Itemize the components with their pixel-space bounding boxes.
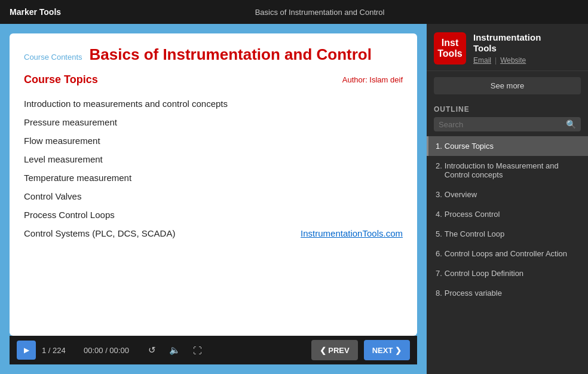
- outline-label-8: Process variable: [445, 289, 502, 298]
- play-button[interactable]: [17, 341, 36, 360]
- outline-num-6: 6.: [436, 249, 442, 258]
- sidebar-header: Inst Tools InstrumentationTools Email | …: [427, 24, 588, 71]
- list-item: Pressure measurement: [24, 113, 403, 131]
- outline-num-5: 5.: [436, 229, 442, 238]
- slide-main-title: Basics of Instrumentation and Control: [90, 45, 372, 64]
- outline-item-1[interactable]: 1. Course Topics: [427, 136, 588, 156]
- list-item: Temperature measurement: [24, 168, 403, 187]
- list-item: Control Systems (PLC, DCS, SCADA) Instru…: [24, 224, 403, 243]
- slide-container: Course Contents Basics of Instrumentatio…: [10, 33, 417, 336]
- top-bar: Marker Tools Basics of Instrumentation a…: [0, 0, 588, 24]
- outline-num-3: 3.: [436, 190, 442, 199]
- search-icon: 🔍: [566, 119, 576, 129]
- outline-item-5[interactable]: 5. The Control Loop: [427, 224, 588, 244]
- logo-line2: Tools: [437, 48, 462, 59]
- outline-num-8: 8.: [436, 289, 442, 298]
- outline-item-6[interactable]: 6. Control Loops and Controller Action: [427, 244, 588, 263]
- outline-label-6: Control Loops and Controller Action: [445, 249, 567, 258]
- search-bar: 🔍: [434, 117, 581, 131]
- time-display: 00:00 / 00:00: [84, 346, 137, 355]
- website-link[interactable]: InstrumentationTools.com: [301, 227, 403, 240]
- topic-list: Introduction to measurements and control…: [24, 94, 403, 243]
- outline-label-1: Course Topics: [445, 142, 494, 151]
- brand-links: Email | Website: [473, 56, 581, 65]
- list-item: Control Valves: [24, 187, 403, 206]
- prev-button[interactable]: ❮ PREV: [311, 340, 358, 360]
- fullscreen-button[interactable]: ⛶: [189, 342, 206, 358]
- outline-num-1: 1.: [436, 142, 442, 151]
- course-title-topbar: Basics of Instrumentation and Control: [61, 8, 578, 17]
- course-topics-heading: Course Topics: [24, 73, 98, 86]
- slide-header: Course Contents Basics of Instrumentatio…: [24, 45, 403, 64]
- main-area: Course Contents Basics of Instrumentatio…: [0, 24, 588, 374]
- outline-num-2: 2.: [436, 161, 442, 170]
- list-item: Level measurement: [24, 150, 403, 168]
- list-item: Process Control Loops: [24, 206, 403, 224]
- outline-item-4[interactable]: 4. Process Control: [427, 204, 588, 224]
- next-button[interactable]: NEXT ❯: [364, 340, 410, 360]
- sidebar: Inst Tools InstrumentationTools Email | …: [427, 24, 588, 374]
- website-link[interactable]: Website: [500, 56, 526, 65]
- list-item: Flow measurement: [24, 131, 403, 150]
- outline-list: 1. Course Topics 2. Introduction to Meas…: [427, 136, 588, 374]
- refresh-button[interactable]: ↺: [143, 342, 160, 358]
- outline-num-7: 7.: [436, 269, 442, 278]
- content-panel: Course Contents Basics of Instrumentatio…: [0, 24, 427, 374]
- outline-item-2[interactable]: 2. Introduction to Measurement and Contr…: [427, 156, 588, 185]
- outline-item-7[interactable]: 7. Control Loop Definition: [427, 263, 588, 283]
- outline-label-4: Process Control: [445, 210, 500, 219]
- course-topics-row: Course Topics Author: Islam deif: [24, 73, 403, 86]
- controls-bar: 1 / 224 00:00 / 00:00 ↺ 🔈 ⛶ ❮ PREV NEXT …: [10, 336, 417, 364]
- outline-num-4: 4.: [436, 210, 442, 219]
- outline-label-2: Introduction to Measurement and Control …: [445, 161, 581, 179]
- author-text: Author: Islam deif: [342, 75, 403, 84]
- outline-label-7: Control Loop Definition: [445, 269, 523, 278]
- outline-item-3[interactable]: 3. Overview: [427, 185, 588, 204]
- slide-breadcrumb: Course Contents: [24, 53, 82, 62]
- slide-counter: 1 / 224: [42, 346, 78, 355]
- logo-line1: Inst: [442, 38, 458, 48]
- email-link[interactable]: Email: [473, 56, 491, 65]
- marker-tools-label: Marker Tools: [10, 7, 61, 17]
- link-separator: |: [495, 56, 497, 65]
- sidebar-brand: InstrumentationTools Email | Website: [473, 32, 581, 65]
- inst-logo: Inst Tools: [434, 32, 466, 65]
- see-more-button[interactable]: See more: [434, 77, 581, 94]
- brand-name: InstrumentationTools: [473, 32, 581, 54]
- outline-item-8[interactable]: 8. Process variable: [427, 283, 588, 303]
- outline-label-5: The Control Loop: [445, 229, 504, 238]
- outline-label-3: Overview: [445, 190, 477, 199]
- last-topic-text: Control Systems (PLC, DCS, SCADA): [24, 227, 175, 240]
- search-input[interactable]: [439, 120, 566, 129]
- volume-button[interactable]: 🔈: [166, 342, 183, 358]
- outline-label: OUTLINE: [427, 100, 588, 117]
- list-item: Introduction to measurements and control…: [24, 94, 403, 113]
